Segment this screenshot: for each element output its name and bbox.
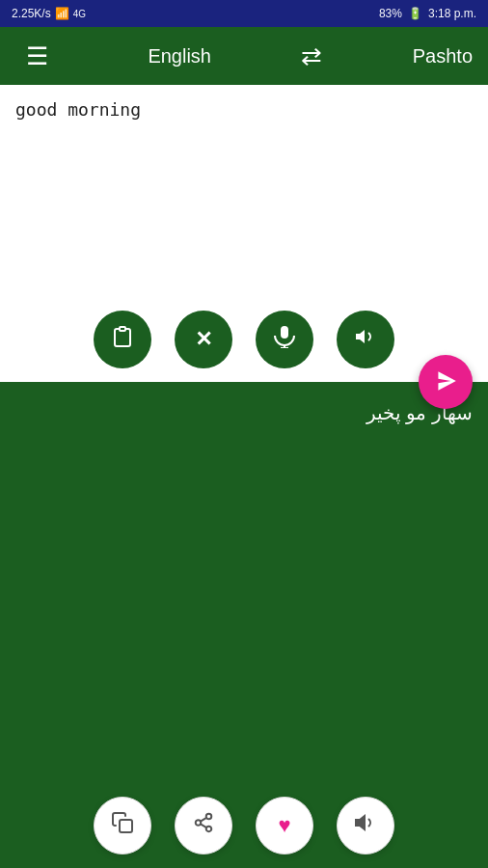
swap-languages-button[interactable]: ⇄	[301, 41, 322, 71]
input-action-buttons: ✕	[0, 311, 488, 368]
output-speaker-button[interactable]	[337, 797, 394, 854]
svg-rect-6	[120, 820, 132, 832]
output-section: سهار مو پخیر ♥	[0, 382, 488, 868]
svg-marker-12	[356, 816, 365, 829]
source-text-input[interactable]: good morning	[15, 96, 473, 305]
svg-line-10	[201, 824, 206, 827]
share-icon	[193, 812, 214, 839]
heart-icon: ♥	[278, 813, 290, 838]
status-bar: 2.25K/s 📶 4G 83% 🔋 3:18 p.m.	[0, 0, 488, 27]
target-language-label[interactable]: Pashto	[413, 45, 473, 68]
copy-translation-button[interactable]	[94, 797, 151, 854]
clipboard-icon	[111, 325, 134, 354]
svg-line-11	[201, 818, 206, 822]
source-language-label[interactable]: English	[148, 45, 211, 68]
network-icon: 4G	[73, 9, 86, 19]
microphone-button[interactable]	[256, 311, 313, 368]
share-button[interactable]	[175, 797, 232, 854]
svg-marker-4	[356, 330, 365, 343]
favorite-button[interactable]: ♥	[256, 797, 313, 854]
clipboard-button[interactable]	[94, 311, 151, 368]
copy-icon	[111, 811, 134, 840]
microphone-icon	[274, 325, 295, 354]
send-icon	[433, 368, 458, 396]
output-speaker-icon	[354, 811, 377, 840]
status-left: 2.25K/s 📶 4G	[12, 7, 86, 20]
svg-rect-1	[281, 326, 288, 339]
navbar: ☰ English ⇄ Pashto	[0, 27, 488, 85]
svg-marker-5	[438, 371, 455, 391]
output-action-buttons: ♥	[0, 797, 488, 854]
source-speaker-button[interactable]	[337, 311, 394, 368]
battery-icon: 🔋	[408, 7, 422, 20]
speaker-icon	[354, 325, 377, 354]
clear-button[interactable]: ✕	[175, 311, 232, 368]
menu-icon: ☰	[26, 41, 48, 71]
status-right: 83% 🔋 3:18 p.m.	[379, 7, 476, 20]
speed-indicator: 2.25K/s	[12, 7, 51, 20]
close-icon: ✕	[195, 327, 212, 352]
svg-rect-0	[120, 327, 125, 331]
swap-icon: ⇄	[301, 41, 322, 70]
clock: 3:18 p.m.	[428, 7, 476, 20]
translated-text: سهار مو پخیر	[15, 397, 473, 791]
menu-button[interactable]: ☰	[15, 35, 58, 77]
send-translate-button[interactable]	[419, 355, 473, 409]
input-wrapper: good morning ✕	[0, 85, 488, 382]
signal-icon: 📶	[55, 7, 69, 20]
input-section: good morning ✕	[0, 85, 488, 382]
battery-percent: 83%	[379, 7, 402, 20]
